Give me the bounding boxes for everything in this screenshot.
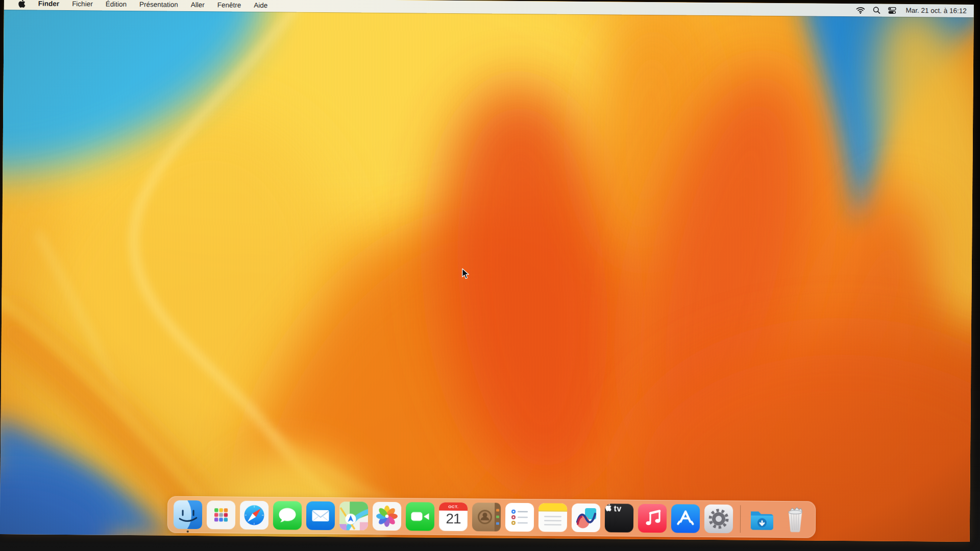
menu-bar-clock[interactable]: Mar. 21 oct. à 16:12 bbox=[905, 7, 966, 15]
dock-separator bbox=[740, 505, 741, 533]
dock-item-music[interactable] bbox=[638, 504, 667, 533]
dock-item-safari[interactable] bbox=[240, 501, 268, 530]
calendar-month-label: OCT. bbox=[439, 502, 468, 511]
trash-full-icon bbox=[781, 505, 810, 534]
menu-edition[interactable]: Édition bbox=[106, 1, 127, 8]
dock-item-notes[interactable] bbox=[538, 503, 567, 532]
menu-bar-status: Mar. 21 oct. à 16:12 bbox=[855, 6, 973, 15]
dock-item-system-settings[interactable] bbox=[704, 505, 733, 533]
freeform-icon bbox=[572, 504, 600, 532]
dock: OCT. 21 bbox=[167, 496, 816, 538]
menu-finder[interactable]: Finder bbox=[38, 0, 59, 8]
contacts-icon bbox=[472, 502, 501, 531]
apple-menu[interactable] bbox=[18, 0, 26, 8]
dock-item-maps[interactable] bbox=[339, 501, 368, 530]
dock-item-contacts[interactable] bbox=[472, 502, 501, 531]
dock-item-app-store[interactable] bbox=[671, 504, 700, 533]
dock-item-launchpad[interactable] bbox=[207, 500, 235, 529]
dock-item-calendar[interactable]: OCT. 21 bbox=[439, 502, 468, 531]
dock-item-downloads[interactable] bbox=[748, 505, 776, 533]
dock-item-facetime[interactable] bbox=[406, 502, 434, 531]
calendar-icon: OCT. 21 bbox=[439, 502, 468, 531]
menu-bar-menus: Finder Fichier Édition Présentation Alle… bbox=[4, 0, 268, 10]
mail-icon bbox=[306, 501, 335, 530]
launchpad-icon bbox=[207, 500, 235, 529]
apple-logo-small-icon bbox=[605, 504, 611, 511]
control-center-icon[interactable] bbox=[888, 7, 896, 14]
maps-icon bbox=[339, 501, 368, 530]
reminders-icon bbox=[505, 503, 534, 532]
finder-icon bbox=[174, 500, 202, 529]
dock-item-finder[interactable] bbox=[174, 500, 202, 529]
calendar-day-label: 21 bbox=[439, 511, 468, 527]
messages-icon bbox=[273, 501, 302, 530]
dock-item-messages[interactable] bbox=[273, 501, 302, 530]
photos-icon bbox=[373, 502, 401, 531]
system-settings-icon bbox=[704, 505, 733, 533]
apple-tv-label: tv bbox=[614, 504, 622, 513]
dock-item-reminders[interactable] bbox=[505, 503, 534, 532]
desktop-wallpaper bbox=[0, 0, 974, 542]
menu-fenetre[interactable]: Fenêtre bbox=[217, 1, 241, 9]
app-store-icon bbox=[671, 504, 700, 533]
apple-logo-icon bbox=[18, 0, 26, 8]
menu-fichier[interactable]: Fichier bbox=[72, 0, 93, 8]
monitor-bezel: Finder Fichier Édition Présentation Alle… bbox=[0, 0, 980, 551]
wifi-icon[interactable] bbox=[855, 7, 865, 14]
safari-icon bbox=[240, 501, 268, 530]
screen: Finder Fichier Édition Présentation Alle… bbox=[0, 0, 974, 542]
dock-item-apple-tv[interactable]: tv bbox=[605, 504, 633, 532]
running-indicator bbox=[187, 531, 189, 533]
downloads-folder-icon bbox=[748, 505, 776, 533]
apple-tv-icon: tv bbox=[605, 504, 633, 532]
notes-icon bbox=[538, 503, 567, 532]
spotlight-search-icon[interactable] bbox=[872, 6, 880, 14]
dock-item-mail[interactable] bbox=[306, 501, 335, 530]
menu-aller[interactable]: Aller bbox=[191, 1, 205, 9]
dock-item-freeform[interactable] bbox=[572, 504, 600, 532]
menu-aide[interactable]: Aide bbox=[254, 2, 267, 9]
dock-item-trash[interactable] bbox=[781, 505, 810, 534]
music-icon bbox=[638, 504, 667, 533]
menu-presentation[interactable]: Présentation bbox=[139, 1, 178, 9]
dock-item-photos[interactable] bbox=[373, 502, 401, 531]
facetime-icon bbox=[406, 502, 434, 531]
